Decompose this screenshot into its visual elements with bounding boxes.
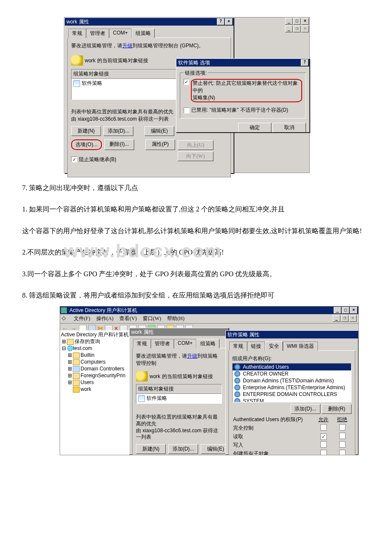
list-item[interactable]: SYSTEM <box>233 398 351 402</box>
allow-checkbox[interactable]: ✓ <box>320 434 327 440</box>
tab-complus-2[interactable]: COM+ <box>174 339 196 348</box>
sec-tab-security[interactable]: 安全 <box>265 341 283 351</box>
gpo-link-header-2: work 的当前组策略对象链接 <box>150 373 213 380</box>
block-inherit-checkbox[interactable]: ✓ 阻止策略继承(B) <box>71 156 116 163</box>
tree-root[interactable]: Active Directory 用户和计算机 <box>61 332 129 338</box>
allow-checkbox[interactable] <box>320 424 327 431</box>
aduc-close-icon[interactable]: × <box>350 307 357 314</box>
allow-checkbox[interactable] <box>320 441 327 448</box>
para-3: 3.同一个容器上多个 GPO 产生冲突时，处于 GPO 列表最高位置的 GPO … <box>9 268 383 280</box>
close-icon[interactable]: × <box>225 18 233 25</box>
deny-checkbox[interactable] <box>339 433 346 439</box>
tree-saved-queries[interactable]: 保存的查询 <box>75 338 100 344</box>
mdi-min-icon[interactable]: _ <box>333 315 340 322</box>
user-icon <box>234 391 240 397</box>
group-users-label: 组或用户名称(G): <box>232 355 352 362</box>
sec-tab-wmi[interactable]: WMI 筛选器 <box>283 341 318 351</box>
list-item[interactable]: Authenticated Users <box>233 364 351 370</box>
help-icon[interactable]: ? <box>217 18 225 25</box>
list-item[interactable]: ENTERPRISE DOMAIN CONTROLLERS <box>233 391 351 398</box>
tree-users[interactable]: Users <box>81 379 94 385</box>
edit-button[interactable]: 编辑(E) <box>144 126 174 136</box>
disabled-checkbox[interactable]: 已禁用: "组策略对象" 不适用于这个容器(D) <box>184 107 288 114</box>
new-button[interactable]: 新建(N) <box>71 126 101 136</box>
tree-computers[interactable]: Computers <box>81 359 106 365</box>
no-override-label-1: 禁止替代: 防止其它组策略对象替代这个组对象中的 <box>193 80 298 93</box>
add-button[interactable]: 添加(D)... <box>104 126 133 136</box>
properties-button[interactable]: 属性(P) <box>145 139 175 150</box>
upgrade-link[interactable]: 升级 <box>122 43 133 49</box>
deny-checkbox[interactable] <box>339 424 346 431</box>
allow-checkbox[interactable] <box>320 450 327 455</box>
upgrade-text-suffix: 到组策略管理控制台 (GPMC)。 <box>133 43 204 49</box>
gpo-col-2: 组策略对象链接 <box>136 384 222 394</box>
add-button-2[interactable]: 添加(D)... <box>168 444 198 454</box>
mdi-close-icon[interactable]: × <box>349 315 357 322</box>
tab-managedby-2[interactable]: 管理者 <box>151 339 174 348</box>
menu-help[interactable]: 帮助(H) <box>167 315 184 322</box>
sec-tab-links[interactable]: 链接 <box>247 341 265 351</box>
sec-add-button[interactable]: 添加(D)... <box>291 404 320 414</box>
table-row: 完全控制 <box>232 424 352 432</box>
menu-file[interactable]: 文件(F) <box>74 315 90 322</box>
new-button-2[interactable]: 新建(N) <box>136 444 166 454</box>
ok-button[interactable]: 确定 <box>238 123 271 133</box>
para-7: 7. 策略之间出现冲突时，遵循以下几点 <box>9 182 383 194</box>
gpo-icon <box>71 55 83 66</box>
aduc-min-icon[interactable]: _ <box>334 307 341 314</box>
tree-fsp[interactable]: ForeignSecurityPrin <box>81 373 125 379</box>
group-users-list[interactable]: Authenticated Users CREATOR OWNER Domain… <box>232 363 352 402</box>
priority-1-2: 列表中较高位置的组策略对象具有最高的优先 <box>136 414 222 427</box>
tab-complus[interactable]: COM+ <box>109 29 132 38</box>
block-inherit-label: 阻止策略继承(B) <box>79 156 116 163</box>
dialog-title: work 属性 <box>66 18 217 26</box>
gpo-item-2[interactable]: 软件策略 <box>136 394 222 403</box>
list-item[interactable]: Enterprise Admins (TEST\Enterprise Admin… <box>233 384 351 391</box>
tree-builtin[interactable]: Builtin <box>81 352 95 358</box>
work2-titlebar: work 属性 <box>130 328 228 336</box>
tab-general[interactable]: 常规 <box>68 29 86 38</box>
tab-gpo[interactable]: 组策略 <box>132 29 155 38</box>
bg2-min-icon: _ <box>285 26 293 32</box>
sec-tab-general[interactable]: 常规 <box>229 341 247 351</box>
work-properties-dialog-2: work 属性 常规 管理者 COM+ 组策略 要改进组策略管理，请升级到组策略… <box>129 328 229 455</box>
tree-work[interactable]: work <box>81 386 91 392</box>
tab-managedby[interactable]: 管理者 <box>86 29 109 38</box>
list-item[interactable]: CREATOR OWNER <box>233 370 351 377</box>
deny-checkbox[interactable] <box>339 450 346 455</box>
cancel-button[interactable]: 取消 <box>273 123 306 133</box>
menu-window[interactable]: 窗口(W) <box>143 315 161 322</box>
menu-view[interactable]: 查看(V) <box>119 315 137 322</box>
upgrade-text-prefix: 要改进组策略管理，请 <box>71 43 122 49</box>
no-override-checkbox[interactable]: ✓ 禁止替代: 防止其它组策略对象替代这个组对象中的 策略集(N) <box>184 79 302 102</box>
options-help-icon[interactable]: ? <box>301 59 308 66</box>
tree-domain[interactable]: test.com <box>73 345 92 351</box>
tab-general-2[interactable]: 常规 <box>133 339 151 348</box>
checkbox-icon: ✓ <box>71 156 77 162</box>
aduc-max-icon[interactable]: □ <box>342 307 349 314</box>
gpo-icon-2 <box>136 371 148 382</box>
aduc-tree[interactable]: Active Directory 用户和计算机 ⊞保存的查询 ⊟🌐test.co… <box>60 330 130 455</box>
bg-min-icon: _ <box>285 18 293 25</box>
options-title: 软件策略 选项 <box>177 59 301 66</box>
gpo-item-label: 软件策略 <box>82 80 102 87</box>
aduc-title: Active Directory 用户和计算机 <box>69 307 334 314</box>
upgrade-link-2[interactable]: 升级 <box>187 353 197 359</box>
sec-remove-button[interactable]: 删除(R) <box>322 404 352 414</box>
tree-dc[interactable]: Domain Controllers <box>81 366 124 372</box>
options-button[interactable]: 选项(O)... <box>71 139 102 150</box>
list-item[interactable]: Domain Admins (TEST\Domain Admins) <box>233 377 351 384</box>
sec-titlebar: 软件策略 属性 <box>226 331 358 338</box>
mmc-icon: ◇ <box>62 315 68 321</box>
mdi-restore-icon[interactable]: ❐ <box>341 315 349 322</box>
gpo-link-header: work 的当前组策略对象链接 <box>85 57 148 64</box>
user-icon <box>234 378 240 384</box>
tab-gpo-2[interactable]: 组策略 <box>196 339 219 348</box>
user-icon <box>234 384 240 390</box>
policy-options-dialog: 软件策略 选项 ? 链接选项: ✓ 禁止替代: 防止其它组策略对象替代这个组对象… <box>176 58 310 133</box>
policy-icon <box>73 80 80 87</box>
delete-button[interactable]: 删除(I)... <box>104 139 134 150</box>
menu-action[interactable]: 操作(A) <box>96 315 114 322</box>
table-row: 写入 <box>232 441 352 449</box>
deny-checkbox[interactable] <box>339 441 346 448</box>
